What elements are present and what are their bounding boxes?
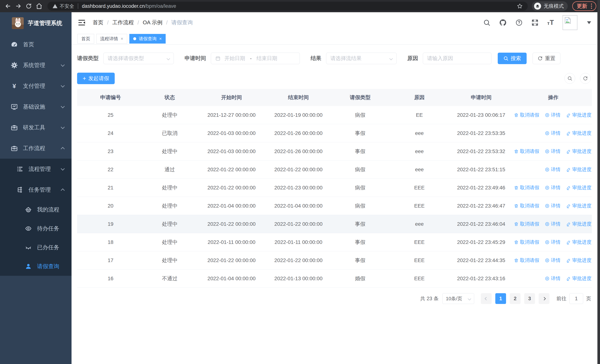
cell-id: 19 [77, 221, 144, 227]
browser-menu-icon[interactable] [590, 3, 593, 9]
progress-link[interactable]: 审批进度 [566, 221, 591, 227]
progress-link[interactable]: 审批进度 [566, 257, 591, 263]
browser-scrollbar[interactable] [597, 0, 600, 364]
tag-process-detail[interactable]: 流程详情 × [96, 34, 127, 44]
cell-actions: 取消请假详情审批进度 [515, 221, 592, 227]
cell-type: 病假 [329, 112, 391, 119]
progress-link[interactable]: 审批进度 [566, 148, 591, 155]
reason-label: 原因 [407, 55, 418, 62]
forward-icon[interactable] [14, 2, 23, 10]
bookmark-star-icon[interactable] [517, 3, 523, 9]
detail-link[interactable]: 详情 [545, 130, 561, 136]
cell-applied: 2022-01-22 23:53:35 [448, 130, 515, 136]
sidebar-item-infra[interactable]: 基础设施 [0, 96, 72, 117]
cell-applied: 2022-01-22 23:53:32 [448, 149, 515, 154]
sidebar-item-todo-tasks[interactable]: 待办任务 [0, 219, 72, 238]
cancel-leave-link[interactable]: 取消请假 [514, 148, 539, 155]
sidebar-item-leave-query[interactable]: 请假查询 [0, 257, 72, 276]
page-button-3[interactable]: 3 [524, 293, 535, 304]
breadcrumb-item[interactable]: 首页 [93, 19, 103, 26]
cell-status: 通过 [144, 166, 196, 173]
detail-link[interactable]: 详情 [545, 221, 561, 227]
cell-applied: 2022-01-22 23:46:04 [448, 221, 515, 227]
github-icon[interactable] [499, 19, 507, 27]
leave-type-select[interactable]: 请选择请假类型 [103, 53, 174, 64]
cell-reason: EEE [391, 257, 448, 263]
cancel-leave-link[interactable]: 取消请假 [514, 203, 539, 209]
update-button[interactable]: 更新 [572, 1, 596, 11]
avatar[interactable] [562, 15, 577, 30]
progress-link[interactable]: 审批进度 [566, 184, 591, 191]
detail-link[interactable]: 详情 [545, 239, 561, 245]
create-leave-button[interactable]: + 发起请假 [77, 73, 115, 84]
detail-link[interactable]: 详情 [545, 184, 561, 191]
cancel-leave-link[interactable]: 取消请假 [514, 112, 539, 118]
page-button-2[interactable]: 2 [510, 293, 521, 304]
font-size-icon[interactable]: тT [547, 19, 554, 27]
close-icon[interactable]: × [121, 36, 123, 41]
detail-link[interactable]: 详情 [545, 257, 561, 263]
show-search-button[interactable] [564, 73, 575, 84]
close-icon[interactable]: × [159, 36, 162, 41]
search-icon[interactable] [483, 19, 490, 26]
page-size-select[interactable]: 10条/页 [442, 293, 474, 304]
cancel-leave-link[interactable]: 取消请假 [514, 221, 539, 227]
sidebar-item-done-tasks[interactable]: 已办任务 [0, 238, 72, 257]
cell-status: 处理中 [144, 221, 196, 228]
sidebar-item-payment[interactable]: ¥ 支付管理 [0, 76, 72, 96]
cancel-leave-link[interactable]: 取消请假 [514, 239, 539, 245]
cell-start: 2022-01-03 00:00:00 [196, 130, 268, 136]
cell-start: 2022-01-11 00:00:00 [196, 239, 268, 245]
sidebar-item-my-process[interactable]: 我的流程 [0, 200, 72, 219]
column-header: 请假类型 [329, 94, 391, 101]
table-row: 16不通过2022-01-04 00:00:002022-01-13 00:00… [77, 270, 592, 288]
cell-id: 18 [77, 239, 144, 245]
progress-link[interactable]: 审批进度 [566, 112, 591, 118]
cancel-leave-link[interactable]: 取消请假 [514, 257, 539, 263]
reset-button[interactable]: 重置 [533, 53, 560, 64]
cell-end: 2022-01-26 00:00:00 [268, 130, 329, 136]
detail-link[interactable]: 详情 [545, 166, 561, 173]
result-select[interactable]: 请选择流结果 [326, 53, 396, 64]
tag-leave-query[interactable]: 请假查询 × [129, 34, 166, 44]
sidebar-item-workflow[interactable]: 工作流程 [0, 138, 72, 159]
back-icon[interactable] [4, 2, 12, 10]
refresh-button[interactable] [580, 73, 591, 84]
progress-link[interactable]: 审批进度 [566, 166, 591, 173]
tag-home[interactable]: 首页 [77, 34, 94, 44]
url-bar[interactable]: 不安全 dashboard.yudao.iocoder.cn/bpm/oa/le… [47, 2, 528, 10]
progress-link[interactable]: 审批进度 [566, 239, 591, 245]
breadcrumb-item[interactable]: 工作流程 [112, 19, 134, 26]
progress-link[interactable]: 审批进度 [566, 203, 591, 209]
progress-link[interactable]: 审批进度 [566, 130, 591, 136]
fullscreen-icon[interactable] [531, 19, 539, 26]
detail-link[interactable]: 详情 [545, 203, 561, 209]
next-page-button[interactable] [539, 293, 549, 304]
prev-page-button[interactable] [481, 293, 492, 304]
progress-link[interactable]: 审批进度 [566, 275, 591, 282]
breadcrumb-item[interactable]: OA 示例 [143, 19, 162, 26]
sidebar-fold-icon[interactable] [78, 19, 86, 27]
sidebar-item-task-mgmt[interactable]: 任务管理 [0, 179, 72, 200]
cell-applied: 2022-01-22 23:45:29 [448, 239, 515, 245]
reload-icon[interactable] [24, 2, 33, 10]
page-button-1[interactable]: 1 [495, 293, 506, 304]
avatar-caret-icon[interactable] [587, 21, 591, 24]
detail-link[interactable]: 详情 [545, 148, 561, 155]
cell-end: 2022-01-19 00:00:00 [268, 112, 329, 118]
cancel-leave-link[interactable]: 取消请假 [514, 184, 539, 191]
sidebar-item-devtools[interactable]: 研发工具 [0, 117, 72, 138]
goto-page-input[interactable] [569, 293, 583, 304]
home-icon[interactable] [35, 2, 43, 10]
detail-link[interactable]: 详情 [545, 275, 561, 282]
reason-input[interactable] [423, 53, 491, 64]
cell-status: 已取消 [144, 130, 196, 137]
sidebar-item-system[interactable]: 系统管理 [0, 55, 72, 76]
date-range-picker[interactable]: 开始日期 - 结束日期 [211, 53, 300, 64]
sidebar-item-home[interactable]: 首页 [0, 34, 72, 55]
sidebar-item-process-mgmt[interactable]: 流程管理 [0, 159, 72, 179]
chevron-down-icon [61, 167, 65, 170]
search-button[interactable]: 搜索 [498, 53, 527, 64]
detail-link[interactable]: 详情 [545, 112, 561, 118]
help-icon[interactable] [515, 19, 523, 26]
